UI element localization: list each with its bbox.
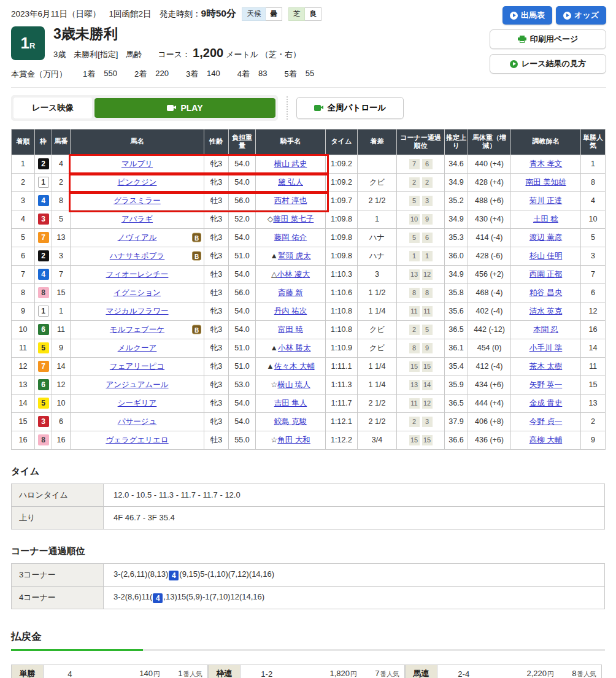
trainer-name-link[interactable]: 金成 貴史 [529, 399, 562, 407]
jockey-cell: ☆角田 大和 [256, 431, 326, 449]
jockey-name-link[interactable]: 藤田 菜七子 [273, 215, 314, 223]
prize-amount: 140 [207, 69, 220, 80]
trainer-name-link[interactable]: 高柳 大輔 [529, 436, 562, 444]
jockey-name-link[interactable]: 吉田 隼人 [274, 399, 307, 407]
horse-name-link[interactable]: フィオーレシチー [106, 270, 169, 279]
win-popularity: 4 [581, 191, 606, 210]
yen-suffix: 円 [547, 670, 554, 677]
win-popularity: 10 [581, 210, 606, 228]
horse-name-link[interactable]: ピンクジン [118, 178, 157, 187]
horse-name-link[interactable]: アパラギ [121, 215, 153, 223]
jockey-name-link[interactable]: 富田 暁 [278, 325, 303, 334]
race-video-tab[interactable]: レース映像 [13, 98, 92, 118]
jockey-name-link[interactable]: 斎藤 新 [278, 288, 303, 297]
jockey-name-link[interactable]: 角田 大和 [277, 436, 310, 444]
prize-item: 5着55 [285, 69, 315, 80]
corner-position-value: 13 [409, 380, 420, 390]
horse-name-cell: ヴェラグエリエロ [71, 431, 204, 449]
trainer-name-link[interactable]: 土田 稔 [533, 215, 558, 223]
prize-amount: 83 [258, 69, 267, 80]
horse-name-link[interactable]: シーギリア [118, 399, 157, 407]
margin: 2 1/2 [358, 191, 397, 210]
payout-popularity-value: 1 [178, 669, 182, 678]
jockey-cell: ▲鷲頭 虎太 [256, 247, 326, 265]
horse-name-link[interactable]: モルフェブーケ [110, 325, 164, 334]
frame-cell: 7 [35, 228, 52, 247]
horse-name-link[interactable]: マジカルフラワー [106, 307, 168, 315]
corner-position-value: 6 [422, 159, 433, 169]
finish-time: 1:11.7 [326, 394, 358, 412]
horse-number: 7 [52, 265, 71, 283]
jockey-name-link[interactable]: 小林 勝太 [278, 344, 310, 352]
jockey-name-link[interactable]: 鮫島 克駿 [274, 417, 307, 426]
trainer-name-link[interactable]: 矢野 英一 [529, 380, 562, 389]
win-popularity: 12 [581, 302, 606, 320]
corner-position-value: 2 [409, 417, 420, 427]
trainer-name-link[interactable]: 粕谷 昌央 [529, 288, 562, 297]
jockey-name-link[interactable]: 西村 淳也 [274, 196, 307, 205]
payout-row: 単勝4140円1番人気 [12, 665, 208, 678]
trainer-name-link[interactable]: 南田 美知雄 [526, 178, 566, 187]
horse-name-link[interactable]: パサージュ [118, 417, 157, 426]
jockey-name-link[interactable]: 横山 琉人 [277, 380, 310, 389]
result-guide-button[interactable]: レース結果の見方 [490, 54, 606, 74]
patrol-video-button[interactable]: 全周パトロール [296, 97, 404, 119]
estimated-last-3f: 35.6 [445, 302, 468, 320]
margin [358, 155, 397, 173]
blinker-badge: B [192, 252, 201, 261]
horse-name-link[interactable]: ハナサキポプラ [110, 252, 165, 260]
corner-positions: 1312 [397, 265, 445, 283]
jockey-cell: 吉田 隼人 [256, 394, 326, 412]
horse-name-link[interactable]: グラスミラー [114, 196, 160, 205]
payout-row: 馬連2-42,220円8番人気 [406, 665, 602, 678]
trainer-name-link[interactable]: 杉山 佳明 [529, 252, 562, 260]
trainer-name-link[interactable]: 茶木 太樹 [529, 362, 562, 371]
weather-value: 曇 [266, 7, 282, 21]
table-row: 911マジカルフラワー牝354.0丹内 祐次1:10.81 1/4111135.… [12, 302, 606, 320]
trainer-name-link[interactable]: 菊川 正達 [529, 196, 562, 205]
payout-popularity: 7番人気 [361, 665, 405, 678]
print-page-button[interactable]: 印刷用ページ [490, 29, 606, 49]
corner-order-after: ,13)15(5,9)-1(7,10)12(14,16) [163, 592, 264, 601]
corner-positions: 23 [397, 412, 445, 431]
jockey-name-link[interactable]: 丹内 祐次 [274, 307, 307, 315]
corner-order-value: 3-2(8,6)11(4,13)15(5,9)-1(7,10)12(14,16) [104, 586, 605, 609]
horse-name-link[interactable]: フェアリーピコ [110, 362, 164, 371]
finish-time: 1:09.8 [326, 228, 358, 247]
odds-button[interactable]: オッズ [556, 6, 606, 25]
jockey-name-link[interactable]: 黛 弘人 [278, 178, 303, 187]
jockey-name-link[interactable]: 藤岡 佑介 [274, 233, 307, 242]
payout-amount: 2,220円 [490, 665, 558, 678]
entries-button-label: 出馬表 [521, 10, 545, 21]
horse-name-link[interactable]: メルクーア [118, 344, 157, 352]
frame-cell: 6 [35, 376, 52, 394]
trainer-name-link[interactable]: 渡辺 薫彦 [529, 233, 562, 242]
course-detail: （芝・右） [261, 49, 301, 60]
jockey-name-link[interactable]: 小林 凌大 [277, 270, 310, 279]
entries-button[interactable]: 出馬表 [502, 6, 552, 25]
horse-name-link[interactable]: マルプリ [121, 160, 153, 168]
finish-position: 4 [12, 210, 35, 228]
trainer-name-link[interactable]: 今野 貞一 [529, 417, 562, 426]
payout-group-table: 単勝4140円1番人気複勝4110円1番人気2360円7番人気8230円4番人気 [11, 665, 208, 678]
horse-name-link[interactable]: アンジュアムール [106, 380, 168, 389]
horse-name-link[interactable]: ヴェラグエリエロ [106, 436, 168, 444]
sex-age: 牝3 [204, 302, 229, 320]
horse-name-link[interactable]: ノヴィアル [118, 233, 157, 242]
trainer-name-link[interactable]: 清水 英克 [529, 307, 562, 315]
jockey-name-link[interactable]: 横山 武史 [274, 160, 307, 168]
trainer-cell: 土田 稔 [511, 210, 581, 228]
horse-name-cell: ハナサキポプラB [71, 247, 204, 265]
trainer-name-link[interactable]: 青木 孝文 [529, 160, 562, 168]
trainer-name-link[interactable]: 小手川 準 [529, 344, 562, 352]
win-popularity: 11 [581, 357, 606, 376]
corner-position-value: 8 [409, 288, 420, 298]
play-button[interactable]: PLAY [94, 98, 275, 118]
horse-name-link[interactable]: イグニション [114, 288, 161, 297]
horse-body-weight: 488 (+6) [468, 191, 511, 210]
jockey-name-link[interactable]: 鷲頭 虎太 [278, 252, 310, 260]
apprentice-mark: ☆ [271, 436, 277, 444]
trainer-name-link[interactable]: 本間 忍 [533, 325, 558, 334]
jockey-name-link[interactable]: 佐々木 大輔 [274, 362, 315, 371]
trainer-name-link[interactable]: 西園 正都 [529, 270, 562, 279]
